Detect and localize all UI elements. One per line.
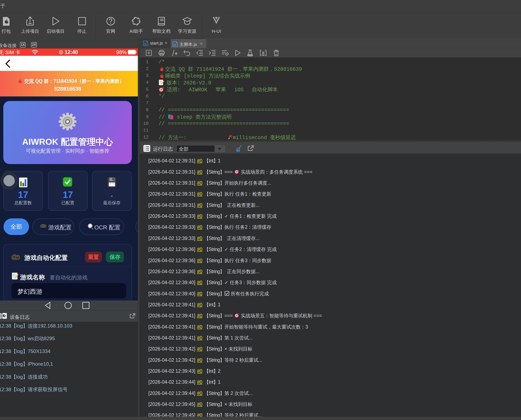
svg-text:JS: JS <box>144 43 147 45</box>
svg-text:JS: JS <box>173 44 176 46</box>
